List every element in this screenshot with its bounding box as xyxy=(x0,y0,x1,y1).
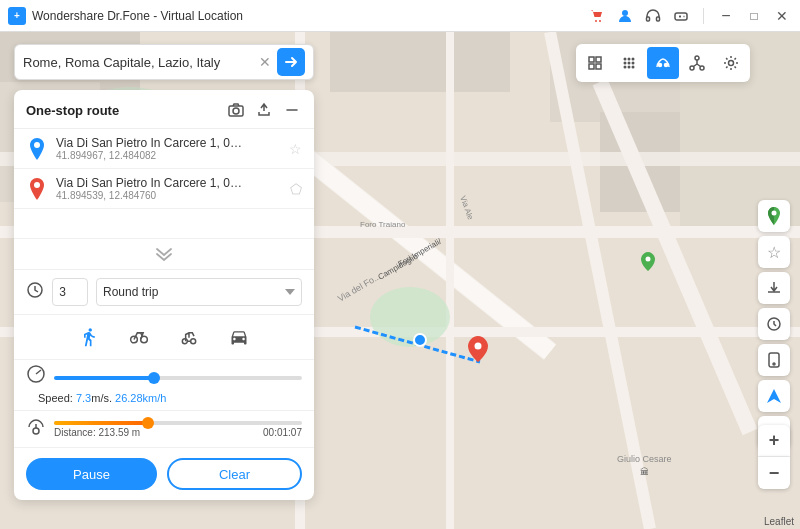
scooter-icon[interactable] xyxy=(173,321,205,353)
distance-dot xyxy=(142,417,154,429)
game-icon[interactable] xyxy=(671,6,691,26)
distance-bar xyxy=(54,421,302,425)
map-toolbar xyxy=(576,44,750,82)
action-row: Pause Clear xyxy=(14,448,314,500)
svg-rect-1 xyxy=(647,17,650,21)
svg-point-26 xyxy=(34,142,40,148)
svg-point-40 xyxy=(628,58,631,61)
trip-mode-select[interactable]: Round trip One way xyxy=(96,278,302,306)
app-title: Wondershare Dr.Fone - Virtual Location xyxy=(32,9,587,23)
window-controls: − □ ✕ xyxy=(587,6,792,26)
download-icon[interactable] xyxy=(758,272,790,304)
distance-icon xyxy=(26,417,46,441)
clear-search-button[interactable]: ✕ xyxy=(259,54,271,70)
waypoint-1-favorite[interactable]: ☆ xyxy=(289,141,302,157)
zoom-in-button[interactable]: + xyxy=(758,425,790,457)
waypoint-1-text: Via Di San Pietro In Carcere 1, 00187 Ro… xyxy=(56,136,289,161)
waypoint-2-favorite[interactable]: ⬠ xyxy=(290,181,302,197)
speed-gauge xyxy=(26,364,302,388)
gauge-icon xyxy=(26,364,46,388)
svg-point-14 xyxy=(414,334,426,346)
svg-point-45 xyxy=(624,66,627,69)
svg-point-51 xyxy=(690,66,694,70)
svg-point-15 xyxy=(475,343,482,350)
export-icon[interactable] xyxy=(254,100,274,120)
svg-point-42 xyxy=(624,62,627,65)
screenshot-icon[interactable] xyxy=(226,100,246,120)
waypoint-2-icon xyxy=(26,178,48,200)
empty-space xyxy=(14,209,314,239)
google-maps-icon[interactable] xyxy=(758,200,790,232)
waypoint-1-coords: 41.894967, 12.484082 xyxy=(56,150,289,161)
repeat-count-input[interactable] xyxy=(52,278,88,306)
svg-point-52 xyxy=(700,66,704,70)
device-icon[interactable] xyxy=(758,344,790,376)
distance-fill xyxy=(54,421,148,425)
svg-point-39 xyxy=(624,58,627,61)
titlebar: + Wondershare Dr.Fone - Virtual Location… xyxy=(0,0,800,32)
history-icon[interactable] xyxy=(758,308,790,340)
maximize-button[interactable]: □ xyxy=(744,6,764,26)
svg-point-41 xyxy=(632,58,635,61)
speed-slider-wrap xyxy=(54,369,302,383)
map-tool-grid[interactable] xyxy=(579,47,611,79)
distance-row: Distance: 213.59 m 00:01:07 xyxy=(14,411,314,448)
svg-point-27 xyxy=(34,182,40,188)
speed-slider[interactable] xyxy=(54,376,302,380)
svg-point-53 xyxy=(729,61,734,66)
svg-point-12 xyxy=(370,287,450,347)
speed-text: Speed: 7.3m/s. 26.28km/h xyxy=(26,392,302,408)
search-input[interactable] xyxy=(23,55,259,70)
minimize-button[interactable]: − xyxy=(716,6,736,26)
svg-point-54 xyxy=(772,211,777,216)
svg-text:🏛: 🏛 xyxy=(640,467,649,477)
waypoint-2-text: Via Di San Pietro In Carcere 1, 00186...… xyxy=(56,176,290,201)
zoom-out-button[interactable]: − xyxy=(758,457,790,489)
svg-rect-36 xyxy=(596,57,601,62)
search-bar[interactable]: ✕ xyxy=(14,44,314,80)
star-icon[interactable]: ☆ xyxy=(758,236,790,268)
speed-value: 7.3 xyxy=(76,392,91,404)
waypoint-1-icon xyxy=(26,138,48,160)
map-tool-dots[interactable] xyxy=(613,47,645,79)
panel-header-icons xyxy=(226,100,302,120)
time-value: 00:01:07 xyxy=(263,427,302,438)
waypoint-1-address: Via Di San Pietro In Carcere 1, 00187 Ro… xyxy=(56,136,246,150)
svg-rect-38 xyxy=(596,64,601,69)
panel-header: One-stop route xyxy=(14,90,314,129)
waypoint-2: Via Di San Pietro In Carcere 1, 00186...… xyxy=(14,169,314,209)
expand-row[interactable] xyxy=(14,239,314,270)
repeat-icon xyxy=(26,281,44,303)
svg-point-57 xyxy=(773,363,775,365)
svg-text:Giulio Cesare: Giulio Cesare xyxy=(617,454,672,464)
go-button[interactable] xyxy=(277,48,305,76)
user-icon[interactable] xyxy=(615,6,635,26)
svg-rect-7 xyxy=(330,32,510,92)
navigate-icon[interactable] xyxy=(758,380,790,412)
svg-point-25 xyxy=(233,108,239,114)
svg-rect-35 xyxy=(589,57,594,62)
map-tool-settings[interactable] xyxy=(715,47,747,79)
svg-point-48 xyxy=(659,64,662,67)
map-tool-route[interactable] xyxy=(647,47,679,79)
collapse-icon[interactable] xyxy=(282,100,302,120)
walk-icon[interactable] xyxy=(73,321,105,353)
cart-icon[interactable] xyxy=(587,6,607,26)
app-logo: + xyxy=(8,7,26,25)
svg-point-50 xyxy=(695,56,699,60)
bicycle-icon[interactable] xyxy=(123,321,155,353)
car-icon[interactable] xyxy=(223,321,255,353)
distance-values: Distance: 213.59 m 00:01:07 xyxy=(54,427,302,438)
zoom-controls: + − xyxy=(758,425,790,489)
waypoint-2-address: Via Di San Pietro In Carcere 1, 00186... xyxy=(56,176,246,190)
svg-point-49 xyxy=(665,64,668,67)
close-button[interactable]: ✕ xyxy=(772,6,792,26)
support-icon[interactable] xyxy=(643,6,663,26)
clear-button[interactable]: Clear xyxy=(167,458,302,490)
distance-label: Distance: 213.59 m xyxy=(54,427,140,438)
svg-rect-2 xyxy=(657,17,660,21)
pause-button[interactable]: Pause xyxy=(26,458,157,490)
controls-row: Round trip One way xyxy=(14,270,314,315)
svg-point-44 xyxy=(632,62,635,65)
map-tool-branch[interactable] xyxy=(681,47,713,79)
